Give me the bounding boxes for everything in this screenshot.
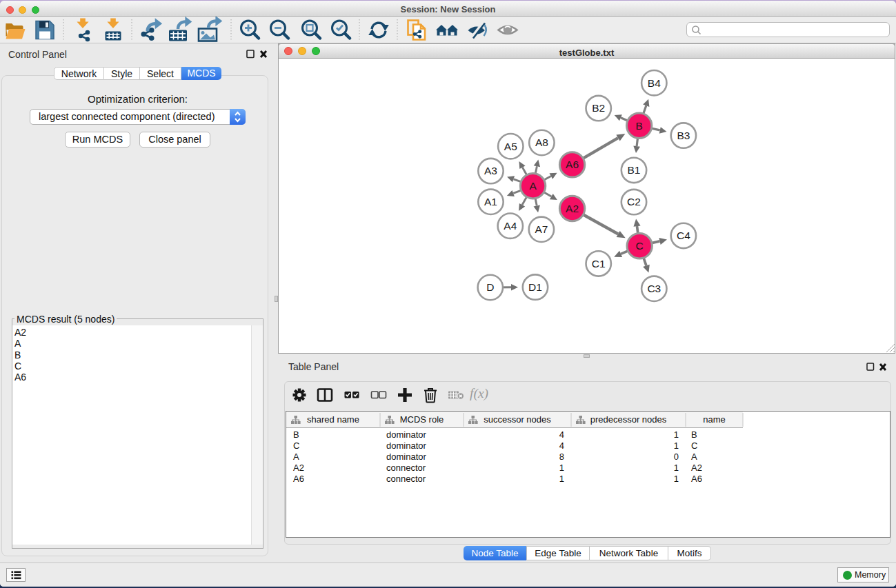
svg-text:B3: B3 [677,130,690,141]
svg-text:A8: A8 [535,136,548,148]
svg-text:C: C [636,240,644,252]
svg-text:D1: D1 [528,281,542,293]
svg-text:B: B [636,120,643,132]
svg-text:C4: C4 [677,230,690,241]
svg-text:A4: A4 [504,220,517,232]
svg-text:C1: C1 [592,258,606,270]
svg-text:C3: C3 [647,283,661,294]
svg-text:C2: C2 [627,196,641,207]
svg-text:A: A [529,180,537,192]
svg-text:B2: B2 [592,102,605,114]
svg-text:A6: A6 [566,159,579,170]
svg-text:A3: A3 [484,165,497,176]
svg-text:B4: B4 [648,77,661,89]
svg-text:A2: A2 [566,203,579,214]
svg-text:A7: A7 [535,223,548,235]
svg-text:A1: A1 [484,196,497,207]
svg-text:D: D [486,281,494,293]
svg-text:B1: B1 [628,164,641,176]
svg-text:A5: A5 [504,141,517,152]
